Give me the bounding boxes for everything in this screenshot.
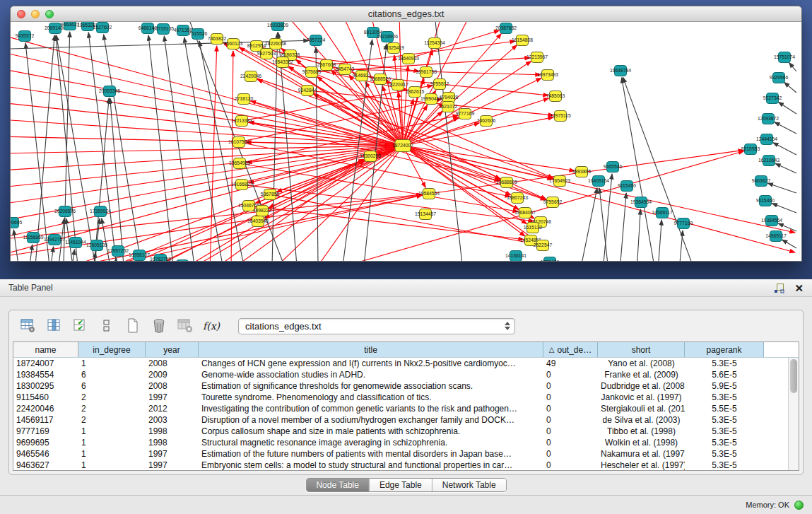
column-header-name[interactable]: name <box>13 342 78 357</box>
table-cell: 1 <box>78 448 146 460</box>
function-builder-icon[interactable]: f(x) <box>202 317 220 335</box>
graph-node[interactable]: 12213967 <box>526 52 548 63</box>
graph-node[interactable]: 9115460 <box>618 181 636 192</box>
graph-node[interactable]: 1527602 <box>93 23 112 33</box>
close-panel-icon[interactable]: ✕ <box>794 283 804 293</box>
graph-node[interactable]: 9375685 <box>302 67 322 78</box>
graph-node[interactable]: 20691406 <box>45 23 66 34</box>
graph-node[interactable]: 1362615 <box>406 87 425 98</box>
graph-node[interactable]: 14569117 <box>652 208 673 218</box>
graph-node[interactable]: 18640910 <box>398 54 419 64</box>
column-visibility-icon[interactable] <box>45 317 64 335</box>
graph-node[interactable]: 15134457 <box>415 209 436 220</box>
table-cell: 5.6E-5 <box>685 369 764 380</box>
graph-node[interactable]: 7515526 <box>189 29 208 40</box>
graph-node[interactable]: 17359924 <box>90 206 111 217</box>
table-row[interactable]: 977716911998Corpus callosum shape and si… <box>13 426 799 437</box>
column-header-short[interactable]: short <box>598 342 685 357</box>
graph-node[interactable]: 6466140 <box>139 23 158 34</box>
table-cell: 1997 <box>146 392 199 403</box>
graph-node[interactable]: 12213383 <box>231 116 252 127</box>
graph-node[interactable]: 1621072 <box>439 102 458 112</box>
graph-node[interactable]: 16409154 <box>588 176 609 187</box>
table-row[interactable]: 911546021997Tourette syndrome. Phenomeno… <box>13 392 799 403</box>
column-header-outde[interactable]: △out_de… <box>543 342 598 357</box>
graph-node[interactable]: 11254334 <box>424 38 445 49</box>
graph-node[interactable]: 9227342 <box>763 93 782 104</box>
graph-node[interactable]: 12975115 <box>550 111 571 122</box>
graph-canvas[interactable]: 9435572206914069463627106532871527602646… <box>11 22 801 262</box>
graph-node[interactable]: 9329966 <box>770 73 789 83</box>
scrollbar-thumb[interactable] <box>790 359 797 393</box>
graph-node[interactable]: 18226058 <box>265 39 286 49</box>
graph-node[interactable]: 11156869 <box>23 233 43 243</box>
graph-node[interactable]: 1733426 <box>541 257 560 262</box>
graph-node[interactable]: 9755812 <box>430 79 449 90</box>
table-row[interactable]: 1456911722003Disruption of a novel membe… <box>13 414 799 426</box>
graph-node[interactable]: 10653287 <box>77 22 98 31</box>
table-row[interactable]: 1872400712008Changes of HCN gene express… <box>13 358 799 369</box>
graph-node[interactable]: 16648784 <box>610 66 631 76</box>
network-canvas-container[interactable]: 9435572206914069463627106532871527602646… <box>11 22 801 262</box>
select-columns-icon[interactable]: ✔ ✔ <box>71 317 90 335</box>
graph-node[interactable]: 2367608 <box>317 60 336 71</box>
graph-node[interactable]: 16033809 <box>267 22 288 31</box>
graph-node[interactable]: 14136141 <box>505 251 526 262</box>
float-panel-icon[interactable] <box>774 283 784 293</box>
graph-node[interactable]: 9465546 <box>604 162 623 173</box>
row-height-icon[interactable] <box>98 317 116 335</box>
table-row[interactable]: 1830029562008Estimation of significance … <box>13 380 799 392</box>
window-titlebar[interactable]: citations_edges.txt <box>11 6 801 22</box>
table-cell: 14569117 <box>13 414 78 426</box>
table-type-tabs: Node TableEdge TableNetwork Table <box>305 478 506 492</box>
column-header-label: year <box>163 345 180 355</box>
table-row[interactable]: 1938455462009Genome-wide association stu… <box>13 369 799 380</box>
graph-node[interactable]: 15751074 <box>774 52 795 63</box>
delete-column-icon[interactable] <box>150 317 168 335</box>
graph-node[interactable]: 7485063 <box>546 91 565 102</box>
table-row[interactable]: 2242004622012Investigating the contribut… <box>13 403 799 414</box>
graph-node[interactable]: 20387682 <box>495 23 517 34</box>
column-header-indegree[interactable]: in_degree <box>78 342 146 357</box>
table-row[interactable]: 946362711997Embryonic stem cells: a mode… <box>13 460 799 471</box>
column-header-pagerank[interactable]: pagerank <box>685 342 764 357</box>
table-cell: 5.3E-5 <box>685 448 764 460</box>
graph-node[interactable]: 9755692 <box>543 197 563 208</box>
graph-node[interactable]: 11451944 <box>65 238 86 248</box>
table-row[interactable]: 946554611997Estimation of the future num… <box>13 448 799 460</box>
graph-node[interactable]: 19384554 <box>630 197 652 208</box>
graph-node[interactable]: 16154808 <box>512 35 533 46</box>
network-table-select[interactable]: citations_edges.txt <box>238 318 515 334</box>
table-cell: Disruption of a novel member of a sodium… <box>199 414 543 426</box>
graph-node[interactable]: 18220317 <box>387 80 408 90</box>
graph-node[interactable]: 2718120 <box>235 94 254 105</box>
graph-node[interactable]: 18724007 <box>392 140 413 152</box>
tab-network-table[interactable]: Network Table <box>433 479 506 491</box>
table-settings-icon[interactable] <box>19 317 37 335</box>
import-table-icon[interactable] <box>176 317 194 335</box>
graph-node[interactable]: 9463627 <box>752 176 771 187</box>
graph-node[interactable]: 12923446 <box>172 260 193 262</box>
graph-node[interactable]: 17957252 <box>107 246 129 257</box>
graph-node[interactable]: 8813054 <box>364 28 383 38</box>
graph-node[interactable]: 4671358 <box>174 25 193 36</box>
tab-edge-table[interactable]: Edge Table <box>370 479 433 491</box>
graph-node[interactable]: 14569117 <box>765 231 787 242</box>
graph-node[interactable]: 19384554 <box>761 216 782 226</box>
graph-node[interactable]: 8215953 <box>741 144 760 155</box>
graph-node[interactable]: 17654923 <box>549 176 570 187</box>
graph-node[interactable]: 9463627 <box>61 22 80 30</box>
graph-node[interactable]: 10719135 <box>153 24 174 35</box>
table-row[interactable]: 969969511998Structural magnetic resonanc… <box>13 437 799 448</box>
table-cell: Changes of HCN gene expression and I(f) … <box>199 358 543 369</box>
table-cell: Estimation of the future numbers of pati… <box>199 448 543 460</box>
graph-node[interactable]: 9115460 <box>756 196 775 206</box>
table-panel: Table Panel ✕ <box>0 279 812 514</box>
new-column-icon[interactable] <box>124 317 142 335</box>
vertical-scrollbar[interactable] <box>788 358 799 470</box>
column-header-year[interactable]: year <box>146 342 199 357</box>
graph-node[interactable]: 9699695 <box>11 218 22 228</box>
column-header-title[interactable]: title <box>199 342 543 357</box>
graph-node[interactable]: 19218906 <box>377 32 398 42</box>
tab-node-table[interactable]: Node Table <box>306 479 370 491</box>
